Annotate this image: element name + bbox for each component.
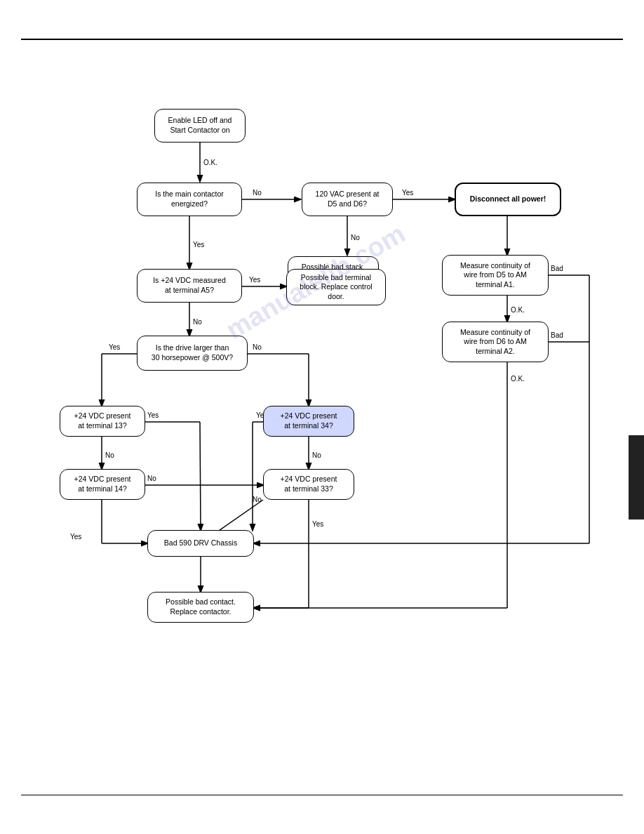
svg-text:Yes: Yes: [249, 276, 260, 284]
bad-contact-node: Possible bad contact.Replace contactor.: [147, 592, 254, 623]
svg-text:O.K.: O.K.: [203, 159, 217, 166]
svg-text:Yes: Yes: [109, 343, 120, 351]
svg-text:O.K.: O.K.: [511, 306, 525, 314]
start-node: Enable LED off andStart Contactor on: [154, 109, 246, 143]
svg-text:Yes: Yes: [193, 241, 204, 249]
main-contactor-node: Is the main contactorenergized?: [137, 183, 242, 216]
svg-text:No: No: [193, 318, 202, 326]
svg-text:Yes: Yes: [70, 533, 81, 541]
page-border-top: [21, 39, 623, 40]
svg-text:No: No: [253, 343, 262, 351]
svg-text:No: No: [253, 189, 262, 197]
svg-text:Bad: Bad: [551, 265, 563, 272]
svg-text:No: No: [312, 451, 321, 459]
black-tab: [629, 435, 644, 519]
bad-chassis-node: Bad 590 DRV Chassis: [147, 530, 254, 557]
measure-d6-node: Measure continuity ofwire from D6 to AMt…: [442, 322, 549, 362]
vdc-t13-node: +24 VDC presentat terminal 13?: [60, 406, 145, 437]
vac-present-node: 120 VAC present atD5 and D6?: [302, 183, 393, 216]
measure-d5-node: Measure continuity ofwire from D5 to AMt…: [442, 255, 549, 296]
svg-text:O.K.: O.K.: [511, 375, 525, 383]
page-border-bottom: [21, 795, 623, 796]
svg-text:No: No: [351, 234, 360, 241]
svg-text:Yes: Yes: [147, 411, 159, 419]
vdc-t14-node: +24 VDC presentat terminal 14?: [60, 469, 145, 500]
drive-larger-node: Is the drive larger than30 horsepower @ …: [137, 336, 248, 371]
flowchart: O.K. No Yes No Bad O.K. Bad O.K. Yes Yes: [28, 49, 616, 785]
bad-terminal-node: Possible bad terminalblock. Replace cont…: [286, 269, 386, 305]
svg-text:No: No: [105, 451, 114, 459]
svg-text:Yes: Yes: [402, 189, 413, 197]
vdc-t33-node: +24 VDC presentat terminal 33?: [263, 469, 354, 500]
svg-text:Bad: Bad: [551, 331, 563, 339]
svg-text:Yes: Yes: [312, 520, 323, 528]
svg-line-54: [200, 422, 201, 530]
svg-text:No: No: [147, 475, 156, 482]
disconnect-node: Disconnect all power!: [455, 183, 561, 216]
terminal-a5-node: Is +24 VDC measuredat terminal A5?: [137, 269, 242, 303]
vdc-t34-node: +24 VDC presentat terminal 34?: [263, 406, 354, 437]
